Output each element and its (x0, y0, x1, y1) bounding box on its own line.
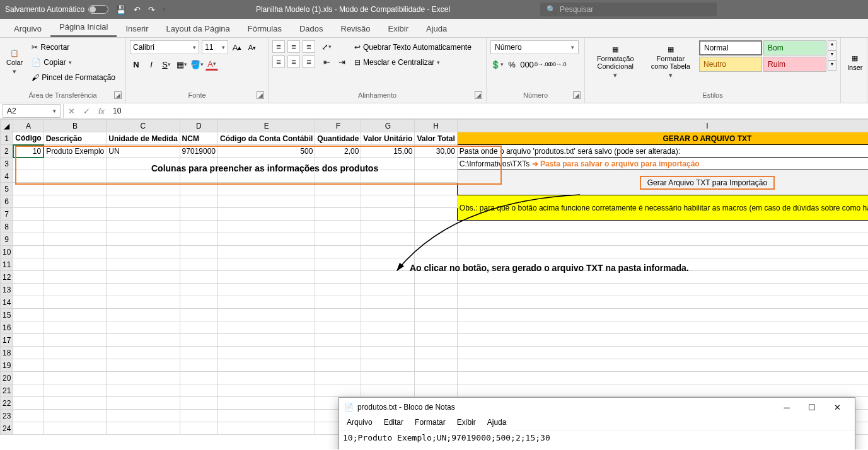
notepad-menu-editar[interactable]: Editar (379, 417, 408, 430)
cell-D1[interactable]: NCM (180, 132, 217, 145)
style-bom[interactable]: Bom (763, 40, 826, 55)
style-normal[interactable]: Normal (699, 40, 762, 55)
wrap-text-button[interactable]: ↩Quebrar Texto Automaticamente (352, 40, 474, 54)
tab-formulas[interactable]: Fórmulas (239, 20, 291, 37)
cell-A3[interactable] (13, 158, 43, 170)
styles-down-icon[interactable]: ▾ (828, 50, 836, 61)
increase-decimal-icon[interactable]: .0→.00 (536, 58, 548, 71)
paste-button[interactable]: 📋 Colar ▾ (4, 40, 25, 84)
cell-I1[interactable]: GERAR O ARQUIVO TXT (457, 132, 868, 145)
cell-I2[interactable]: Pasta onde o arquivo 'produtos.txt' será… (457, 145, 868, 158)
fx-icon[interactable]: fx (94, 104, 109, 118)
notepad-menu-formatar[interactable]: Formatar (410, 417, 451, 430)
styles-more-icon[interactable]: ▾ (828, 61, 836, 71)
chevron-down-icon[interactable]: ▾ (163, 6, 166, 13)
row-header-16[interactable]: 16 (1, 321, 13, 334)
row-header-22[interactable]: 22 (1, 397, 13, 410)
chevron-down-icon[interactable]: ▾ (13, 67, 16, 76)
cell-I6[interactable]: Obs.: para que o botão acima funcione co… (457, 195, 868, 221)
format-as-table-button[interactable]: ▦ Formatar como Tabela▾ (646, 40, 696, 84)
align-center-icon[interactable]: ≡ (287, 55, 300, 68)
col-header-C[interactable]: C (107, 120, 180, 132)
undo-icon[interactable]: ↶ (134, 5, 141, 14)
decrease-indent-icon[interactable]: ⇤ (320, 55, 333, 68)
cell-A2[interactable]: 10 (13, 145, 43, 158)
align-left-icon[interactable]: ≡ (272, 55, 285, 68)
cell-H4[interactable] (415, 170, 457, 183)
increase-font-icon[interactable]: A▴ (231, 41, 243, 54)
styles-up-icon[interactable]: ▴ (828, 40, 836, 50)
currency-icon[interactable]: 💲▾ (490, 58, 503, 71)
number-launcher[interactable]: ◢ (573, 91, 581, 99)
minimize-button[interactable]: ─ (774, 400, 799, 415)
clipboard-launcher[interactable]: ◢ (114, 91, 122, 99)
gerar-txt-button[interactable]: Gerar Arquivo TXT para Importação (640, 176, 775, 190)
merge-button[interactable]: ⊟Mesclar e Centralizar▾ (352, 55, 474, 69)
format-painter-button[interactable]: 🖌Pincel de Formatação (29, 71, 118, 84)
row-header-11[interactable]: 11 (1, 258, 13, 271)
autosave-toggle[interactable]: Salvamento Automático (5, 5, 108, 14)
font-name-select[interactable]: Calibri▾ (130, 40, 199, 54)
cell-B3[interactable] (43, 158, 107, 170)
row-header-2[interactable]: 2 (1, 145, 13, 158)
comma-icon[interactable]: 000 (521, 58, 533, 71)
increase-indent-icon[interactable]: ⇥ (335, 55, 348, 68)
cell-I3[interactable]: C:\Informativos\TXTs ➜ Pasta para salvar… (457, 158, 868, 170)
cell-G2[interactable]: 15,00 (361, 145, 415, 158)
row-header-9[interactable]: 9 (1, 233, 13, 246)
align-bottom-icon[interactable]: ≡ (303, 40, 315, 53)
row-header-3[interactable]: 3 (1, 158, 13, 170)
notepad-menu-arquivo[interactable]: Arquivo (342, 417, 378, 430)
cut-button[interactable]: ✂Recortar (29, 40, 118, 54)
orientation-icon[interactable]: ⤢▾ (320, 40, 333, 53)
font-launcher[interactable]: ◢ (257, 91, 264, 99)
row-header-12[interactable]: 12 (1, 271, 13, 284)
style-neutro[interactable]: Neutro (699, 57, 762, 72)
tab-inserir[interactable]: Inserir (117, 20, 157, 37)
row-header-6[interactable]: 6 (1, 195, 13, 208)
row-header-10[interactable]: 10 (1, 246, 13, 258)
name-box[interactable]: A2▾ (3, 104, 61, 118)
notepad-menu-ajuda[interactable]: Ajuda (482, 417, 512, 430)
col-header-F[interactable]: F (315, 120, 361, 132)
notepad-content[interactable]: 10;Produto Exemplo;UN;97019000;500;2;15;… (339, 430, 855, 449)
conditional-formatting-button[interactable]: ▦ Formatação Condicional▾ (589, 40, 642, 84)
italic-button[interactable]: I (145, 58, 158, 71)
decrease-font-icon[interactable]: A▾ (246, 41, 258, 54)
cell-G1[interactable]: Valor Unitário (361, 132, 415, 145)
col-header-D[interactable]: D (180, 120, 217, 132)
cell-H2[interactable]: 30,00 (415, 145, 457, 158)
tab-pagina-inicial[interactable]: Página Inicial (50, 18, 117, 37)
cell-B2[interactable]: Produto Exemplo (43, 145, 107, 158)
col-header-E[interactable]: E (218, 120, 315, 132)
row-header-19[interactable]: 19 (1, 359, 13, 372)
cell-E2[interactable]: 500 (218, 145, 315, 158)
row-header-21[interactable]: 21 (1, 384, 13, 397)
close-button[interactable]: ✕ (825, 400, 850, 415)
border-button[interactable]: ▦▾ (175, 58, 188, 71)
insert-cells-button[interactable]: ▦Inser (845, 40, 865, 84)
tab-revisao[interactable]: Revisão (332, 20, 379, 37)
cell-C2[interactable]: UN (107, 145, 180, 158)
col-header-A[interactable]: A (13, 120, 43, 132)
bold-button[interactable]: N (130, 58, 142, 71)
tab-ajuda[interactable]: Ajuda (417, 20, 456, 37)
row-header-13[interactable]: 13 (1, 284, 13, 296)
search-box[interactable]: 🔍 Pesquisar (540, 3, 717, 16)
cell-B4[interactable] (43, 170, 107, 183)
tab-exibir[interactable]: Exibir (379, 20, 417, 37)
cell-A1[interactable]: Código (13, 132, 43, 145)
col-header-H[interactable]: H (415, 120, 457, 132)
align-right-icon[interactable]: ≡ (303, 55, 315, 68)
style-ruim[interactable]: Ruim (763, 57, 826, 72)
cell-E1[interactable]: Código da Conta Contábil (218, 132, 315, 145)
cell-F1[interactable]: Quantidade (315, 132, 361, 145)
save-icon[interactable]: 💾 (116, 5, 126, 14)
select-all-corner[interactable]: ◢ (1, 120, 13, 132)
row-header-1[interactable]: 1 (1, 132, 13, 145)
enter-icon[interactable]: ✓ (79, 104, 94, 118)
cell-D2[interactable]: 97019000 (180, 145, 217, 158)
maximize-button[interactable]: ☐ (799, 400, 825, 415)
cell-H1[interactable]: Valor Total (415, 132, 457, 145)
row-header-15[interactable]: 15 (1, 309, 13, 321)
